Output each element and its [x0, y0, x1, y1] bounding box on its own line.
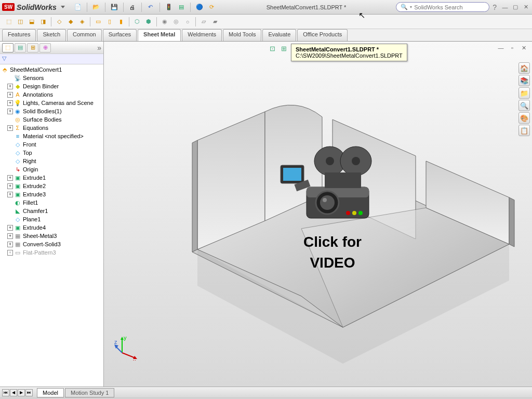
maximize-button[interactable]: ▢: [511, 3, 520, 11]
appearance-icon[interactable]: 🔵: [195, 3, 204, 12]
tree-item[interactable]: ◇Right: [0, 157, 103, 165]
tool-icon[interactable]: ◇: [55, 17, 64, 26]
zoom-fit-icon[interactable]: ⊡: [268, 44, 277, 53]
custom-props-icon[interactable]: 📋: [518, 125, 530, 136]
search-input[interactable]: [414, 4, 486, 10]
doc-close-button[interactable]: ✕: [520, 44, 528, 52]
tree-item[interactable]: ◎Surface Bodies: [0, 115, 103, 124]
expand-icon[interactable]: +: [7, 183, 13, 189]
tool-icon[interactable]: ◨: [38, 17, 48, 26]
appearances-icon[interactable]: 🎨: [518, 112, 530, 124]
rebuild-icon[interactable]: ⟳: [207, 3, 217, 12]
resources-icon[interactable]: 🏠: [518, 62, 530, 74]
tree-item[interactable]: ↳Origin: [0, 165, 103, 174]
print-icon[interactable]: 🖨: [128, 3, 137, 12]
command-tab-sketch[interactable]: Sketch: [37, 29, 66, 41]
tool-icon[interactable]: ▮: [116, 17, 126, 26]
fm-dimxpert-tab[interactable]: ⊕: [39, 43, 51, 52]
tree-item[interactable]: ◇Top: [0, 149, 103, 157]
new-icon[interactable]: 📄: [73, 3, 83, 12]
view-palette-icon[interactable]: 🔍: [518, 100, 530, 111]
zoom-area-icon[interactable]: ⊞: [279, 44, 288, 53]
doc-restore-button[interactable]: ▫: [508, 44, 516, 52]
tree-item[interactable]: 📡Sensors: [0, 74, 103, 82]
fm-expand-icon[interactable]: »: [97, 44, 101, 52]
tree-item[interactable]: +◉Solid Bodies(1): [0, 107, 103, 115]
tool-icon[interactable]: ▰: [210, 17, 220, 26]
expand-icon[interactable]: +: [7, 109, 13, 114]
options-icon[interactable]: ▤: [177, 3, 186, 12]
expand-icon[interactable]: +: [7, 92, 13, 98]
tool-icon[interactable]: ⬓: [27, 17, 36, 26]
command-tab-weldments[interactable]: Weldments: [182, 29, 222, 41]
tab-nav-prev[interactable]: ◀: [10, 389, 17, 396]
tool-icon[interactable]: ▭: [94, 17, 103, 26]
tool-icon[interactable]: ▯: [105, 17, 114, 26]
tool-icon[interactable]: ⬡: [132, 17, 142, 26]
tab-nav-last[interactable]: ⏭: [25, 389, 33, 396]
expand-icon[interactable]: +: [7, 125, 13, 131]
tree-item[interactable]: +◆Design Binder: [0, 82, 103, 90]
command-tab-evaluate[interactable]: Evaluate: [262, 29, 296, 41]
tool-icon[interactable]: ○: [183, 17, 192, 26]
tool-icon[interactable]: ⬚: [4, 17, 14, 26]
expand-icon[interactable]: +: [7, 175, 13, 181]
open-icon[interactable]: 📂: [91, 3, 101, 12]
tree-item[interactable]: +▣Extrude2: [0, 182, 103, 190]
expand-icon[interactable]: +: [7, 225, 13, 231]
tree-item[interactable]: +▦Convert-Solid3: [0, 240, 103, 248]
design-library-icon[interactable]: 📚: [518, 75, 530, 86]
tree-item[interactable]: ≡Material <not specified>: [0, 132, 103, 140]
motion-study-tab[interactable]: Motion Study 1: [65, 388, 114, 397]
command-tab-features[interactable]: Features: [2, 29, 36, 41]
search-box[interactable]: 🔍 ▾: [396, 2, 489, 12]
tree-item[interactable]: +▣Extrude1: [0, 174, 103, 182]
command-tab-common[interactable]: Common: [67, 29, 102, 41]
expand-icon[interactable]: +: [7, 100, 13, 106]
tree-item[interactable]: +▦Sheet-Metal3: [0, 232, 103, 240]
app-menu-dropdown-icon[interactable]: [61, 6, 65, 8]
fm-tree-tab[interactable]: ⬚: [2, 43, 14, 52]
command-tab-office-products[interactable]: Office Products: [297, 29, 348, 41]
minimize-button[interactable]: —: [501, 3, 509, 11]
fm-config-tab[interactable]: ⊞: [27, 43, 38, 52]
help-icon[interactable]: ?: [493, 3, 497, 11]
save-icon[interactable]: 💾: [110, 3, 119, 12]
tool-icon[interactable]: ◫: [16, 17, 25, 26]
tool-icon[interactable]: ◈: [77, 17, 87, 26]
tree-item[interactable]: +▣Extrude4: [0, 223, 103, 232]
expand-icon[interactable]: +: [7, 233, 13, 239]
tree-item[interactable]: +▭Flat-Pattern3: [0, 248, 103, 257]
expand-icon[interactable]: +: [7, 250, 13, 256]
expand-icon[interactable]: +: [7, 192, 13, 197]
expand-icon[interactable]: +: [7, 84, 13, 89]
tab-nav-next[interactable]: ▶: [18, 389, 25, 396]
tool-icon[interactable]: ◆: [66, 17, 75, 26]
close-button[interactable]: ✕: [522, 3, 530, 11]
graphics-viewport[interactable]: ⊡ ⊞ ↶ ⊘ ▿ ▿ ▿ ▿ ▿ — ▫ ✕ SheetMetalConver…: [104, 42, 532, 387]
tree-item[interactable]: ◇Plane1: [0, 215, 103, 223]
expand-icon[interactable]: +: [7, 242, 13, 247]
undo-icon[interactable]: ↶: [146, 3, 155, 12]
doc-minimize-button[interactable]: —: [497, 44, 505, 52]
tree-root[interactable]: ⬘ SheetMetalConvert1: [0, 65, 103, 74]
tool-icon[interactable]: ⬢: [144, 17, 153, 26]
tool-icon[interactable]: ▱: [199, 17, 208, 26]
tree-item[interactable]: ◇Front: [0, 140, 103, 149]
tree-item[interactable]: +ΣEquations: [0, 124, 103, 132]
tab-nav-first[interactable]: ⏮: [2, 389, 9, 396]
tree-item[interactable]: ◣Chamfer1: [0, 207, 103, 215]
fm-property-tab[interactable]: ▤: [15, 43, 26, 52]
file-explorer-icon[interactable]: 📁: [518, 87, 530, 99]
command-tab-surfaces[interactable]: Surfaces: [103, 29, 137, 41]
traffic-light-icon[interactable]: 🚦: [164, 3, 174, 12]
video-overlay[interactable]: Click for VIDEO: [275, 140, 390, 271]
model-tab[interactable]: Model: [37, 388, 64, 397]
feature-filter[interactable]: ▽: [0, 54, 103, 64]
tool-icon[interactable]: ◉: [160, 17, 169, 26]
tree-item[interactable]: +▣Extrude3: [0, 190, 103, 198]
tool-icon[interactable]: ◎: [171, 17, 181, 26]
tree-item[interactable]: ◐Fillet1: [0, 198, 103, 207]
tree-item[interactable]: +AAnnotations: [0, 90, 103, 99]
command-tab-sheet-metal[interactable]: Sheet Metal: [138, 29, 181, 41]
